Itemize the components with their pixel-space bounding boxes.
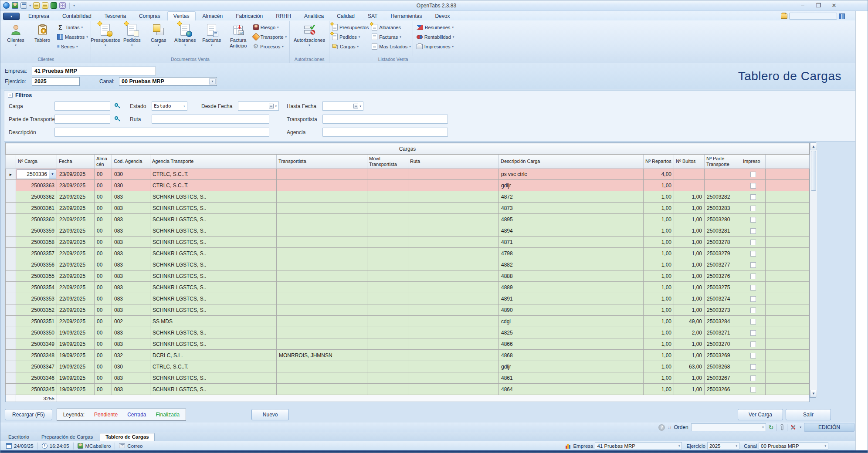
cell[interactable] [741, 180, 766, 191]
cell[interactable]: 00 [95, 316, 112, 327]
cell[interactable]: 1,00 [644, 259, 674, 270]
cell[interactable]: 25003284 [705, 316, 741, 327]
impreso-checkbox[interactable] [750, 375, 756, 381]
cell[interactable]: SCHNKR LGSTCS, S.. [150, 293, 277, 304]
cell[interactable] [277, 180, 367, 191]
impreso-checkbox[interactable] [750, 285, 756, 291]
user-quick-icon[interactable] [12, 2, 18, 9]
cell[interactable]: 00 [95, 180, 112, 191]
bottom-tab-preparación-de-cargas[interactable]: Preparación de Cargas [36, 433, 98, 441]
cell[interactable]: 22/09/2025 [57, 191, 95, 203]
cell[interactable]: 25003277 [705, 259, 741, 270]
cell[interactable]: 00 [95, 304, 112, 316]
cell[interactable]: 4872 [499, 191, 644, 203]
cell[interactable] [741, 248, 766, 259]
mas-listados-button[interactable]: Mas Listados▾ [372, 42, 410, 51]
cell[interactable] [367, 316, 408, 327]
column-header[interactable]: Cod. Agencia [112, 155, 150, 169]
row-selector[interactable] [6, 259, 16, 270]
cell[interactable]: 25003354 [16, 282, 57, 293]
canal-dropdown-icon[interactable]: ▾ [209, 78, 216, 85]
table-row[interactable]: 2500335122/09/202500002SS MDScdgl1,0049,… [6, 316, 810, 327]
cell[interactable]: 1,00 [674, 270, 705, 282]
cell[interactable] [741, 316, 766, 327]
cell[interactable]: 1,00 [644, 237, 674, 248]
cell[interactable]: 25003270 [705, 338, 741, 350]
cell[interactable]: 23/09/2025 [57, 180, 95, 191]
cell[interactable]: 00 [95, 282, 112, 293]
cell[interactable]: 00 [95, 248, 112, 259]
cell[interactable]: 4,00 [644, 169, 674, 180]
cell[interactable]: 22/09/2025 [57, 304, 95, 316]
vertical-scrollbar[interactable]: ▲ ▼ [810, 143, 817, 397]
cell[interactable] [277, 316, 367, 327]
cell[interactable] [367, 214, 408, 225]
table-row[interactable]: 2500335822/09/202500083SCHNKR LGSTCS, S.… [6, 237, 810, 248]
cell[interactable] [741, 191, 766, 203]
cell[interactable]: gdljr [499, 361, 644, 372]
menu-tab-almacén[interactable]: Almacén [197, 11, 229, 20]
cell[interactable] [277, 203, 367, 214]
cell[interactable]: SCHNKR LGSTCS, S.. [150, 225, 277, 237]
listado-cargas-button[interactable]: Cargas▾ [332, 42, 369, 51]
cell[interactable]: 25003276 [705, 270, 741, 282]
column-header[interactable]: Móvil Transportista [367, 155, 408, 169]
close-button[interactable]: ✕ [829, 2, 839, 9]
cell[interactable]: 19/09/2025 [57, 327, 95, 338]
cell[interactable] [408, 384, 499, 395]
cell[interactable]: 1,00 [674, 384, 705, 395]
pedidos-button[interactable]: Pedidos▾ [119, 21, 145, 56]
impreso-checkbox[interactable] [750, 319, 756, 325]
cell[interactable]: 1,00 [644, 248, 674, 259]
desde-fecha-input[interactable]: ▾ [238, 101, 279, 111]
cell[interactable]: 22/09/2025 [57, 248, 95, 259]
listado-facturas-button[interactable]: Facturas▾ [372, 33, 410, 41]
cargas-button[interactable]: Cargas▾ [146, 21, 172, 56]
salir-button[interactable]: Salir [786, 409, 831, 420]
impreso-checkbox[interactable] [750, 194, 756, 200]
cell[interactable]: DCRLC, S.L. [150, 350, 277, 361]
row-selector[interactable] [6, 282, 16, 293]
cell[interactable]: 22/09/2025 [57, 214, 95, 225]
cell[interactable] [367, 225, 408, 237]
cell[interactable]: CTRLC, S.C..T. [150, 180, 277, 191]
cell[interactable]: 25003356 [16, 259, 57, 270]
cell[interactable] [367, 180, 408, 191]
cell[interactable] [277, 304, 367, 316]
transporte-button[interactable]: Transporte▾ [253, 33, 287, 41]
table-row[interactable]: 2500334819/09/202500032DCRLC, S.L.MONRRO… [6, 350, 810, 361]
cell[interactable]: 032 [112, 350, 150, 361]
presupuestos-button[interactable]: Presupuestos▾ [92, 21, 119, 56]
cell[interactable]: SCHNKR LGSTCS, S.. [150, 304, 277, 316]
row-selector[interactable] [6, 316, 16, 327]
cell[interactable] [741, 270, 766, 282]
table-row[interactable]: 2500335622/09/202500083SCHNKR LGSTCS, S.… [6, 259, 810, 270]
cell[interactable] [277, 237, 367, 248]
cell[interactable]: 25003271 [705, 327, 741, 338]
cell[interactable]: 25003280 [705, 214, 741, 225]
cell[interactable]: 25003346 [16, 372, 57, 384]
cell[interactable]: 25003281 [705, 225, 741, 237]
cell[interactable] [408, 327, 499, 338]
cell[interactable]: 25003350 [16, 327, 57, 338]
cell[interactable]: 22/09/2025 [57, 237, 95, 248]
cell[interactable] [367, 350, 408, 361]
cell[interactable]: SS MDS [150, 316, 277, 327]
cell[interactable]: 00 [95, 350, 112, 361]
ncarga-editor[interactable]: 2500336▼ [17, 169, 56, 179]
column-header[interactable]: Nº Carga [16, 155, 57, 169]
maximize-button[interactable]: ❐ [814, 2, 823, 9]
cell[interactable]: 00 [95, 270, 112, 282]
new-window-dropdown-icon[interactable]: ▾ [29, 3, 31, 7]
cell[interactable] [741, 214, 766, 225]
table-row[interactable]: 2500334719/09/202500030CTRLC, S.C..T.gdl… [6, 361, 810, 372]
row-selector[interactable]: ▸ [6, 169, 16, 180]
cell[interactable]: SCHNKR LGSTCS, S.. [150, 214, 277, 225]
autorizaciones-button[interactable]: Autorizaciones▾ [291, 21, 328, 56]
table-row[interactable]: 2500335422/09/202500083SCHNKR LGSTCS, S.… [6, 282, 810, 293]
cell[interactable]: 4798 [499, 248, 644, 259]
cell[interactable] [277, 191, 367, 203]
collapse-filters-icon[interactable]: − [8, 93, 13, 98]
impreso-checkbox[interactable] [750, 330, 756, 336]
table-row[interactable]: 2500336222/09/202500083SCHNKR LGSTCS, S.… [6, 191, 810, 203]
